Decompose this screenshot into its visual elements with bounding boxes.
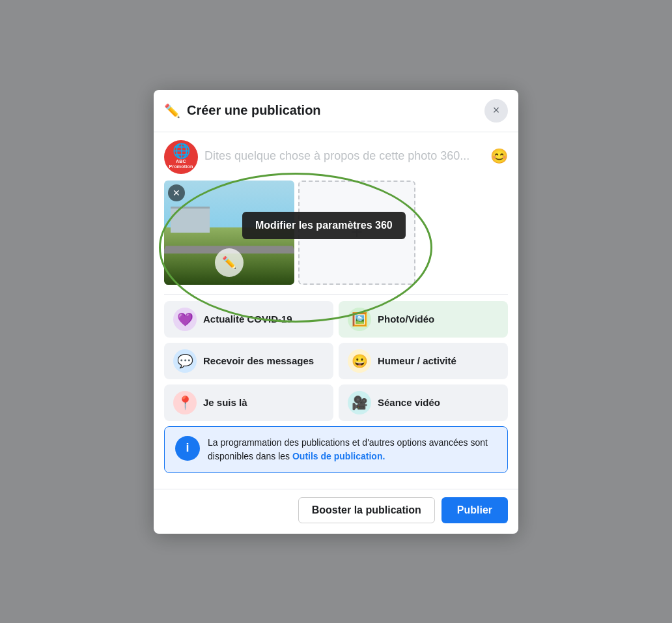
close-button[interactable]: ×	[484, 99, 508, 123]
modal-footer: Booster la publication Publier	[154, 489, 518, 534]
composer-placeholder[interactable]: Dites quelque chose à propos de cette ph…	[204, 140, 508, 166]
modal-overlay: ✏️ Créer une publication × 🌐 ABC Promoti…	[0, 0, 672, 623]
add-photo-plus-icon: +	[351, 220, 363, 244]
publish-button[interactable]: Publier	[441, 497, 508, 523]
action-messages[interactable]: 💬 Recevoir des messages	[164, 343, 333, 379]
messages-icon: 💬	[173, 349, 197, 373]
composer-row: 🌐 ABC Promotion Dites quelque chose à pr…	[164, 140, 508, 174]
action-seance-video[interactable]: 🎥 Séance vidéo	[339, 384, 508, 421]
action-photo-label: Photo/Vidéo	[378, 313, 434, 325]
info-icon: i	[175, 436, 200, 461]
divider-1	[164, 294, 508, 295]
boost-button[interactable]: Booster la publication	[298, 497, 435, 523]
avatar-text: ABC Promotion	[164, 159, 198, 170]
emoji-button[interactable]: 😊	[490, 148, 508, 165]
action-covid[interactable]: 💜 Actualité COVID-19	[164, 301, 333, 338]
building	[171, 207, 210, 233]
create-publication-modal: ✏️ Créer une publication × 🌐 ABC Promoti…	[154, 90, 518, 534]
info-link[interactable]: Outils de publication.	[292, 451, 385, 461]
humeur-icon: 😀	[348, 349, 371, 373]
modal-title: ✏️ Créer une publication	[164, 103, 321, 119]
action-je-suis-la-label: Je suis là	[203, 397, 247, 408]
modal-title-text: Créer une publication	[187, 103, 321, 118]
covid-icon: 💜	[173, 308, 197, 331]
action-humeur-label: Humeur / activité	[378, 355, 456, 366]
action-photo[interactable]: 🖼️ Photo/Vidéo	[339, 301, 508, 338]
edit-icon: ✏️	[164, 103, 180, 119]
seance-video-icon: 🎥	[348, 391, 371, 414]
media-area: ✕ ✏️ Modifier les paramètres 360 +	[164, 181, 508, 285]
action-seance-video-label: Séance vidéo	[378, 397, 440, 408]
edit-overlay: ✏️	[215, 248, 244, 277]
info-banner: i La programmation des publications et d…	[164, 426, 508, 473]
action-humeur[interactable]: 😀 Humeur / activité	[339, 343, 508, 379]
remove-photo-button[interactable]: ✕	[168, 184, 185, 201]
globe-icon: 🌐	[173, 144, 190, 158]
add-photo-box[interactable]: +	[298, 181, 415, 285]
edit-360-button[interactable]: ✏️	[215, 248, 244, 277]
modal-header: ✏️ Créer une publication ×	[154, 90, 518, 132]
info-text: La programmation des publications et d'a…	[208, 436, 497, 463]
modal-body: 🌐 ABC Promotion Dites quelque chose à pr…	[154, 132, 518, 489]
action-grid: 💜 Actualité COVID-19 🖼️ Photo/Vidéo 💬 Re…	[164, 301, 508, 421]
avatar-inner: 🌐 ABC Promotion	[164, 140, 198, 174]
action-je-suis-la[interactable]: 📍 Je suis là	[164, 384, 333, 421]
action-messages-label: Recevoir des messages	[203, 355, 314, 366]
photo-thumbnail: ✕ ✏️	[164, 181, 294, 285]
photo-icon: 🖼️	[348, 308, 371, 331]
action-covid-label: Actualité COVID-19	[203, 313, 292, 325]
je-suis-la-icon: 📍	[173, 391, 197, 414]
avatar: 🌐 ABC Promotion	[164, 140, 198, 174]
